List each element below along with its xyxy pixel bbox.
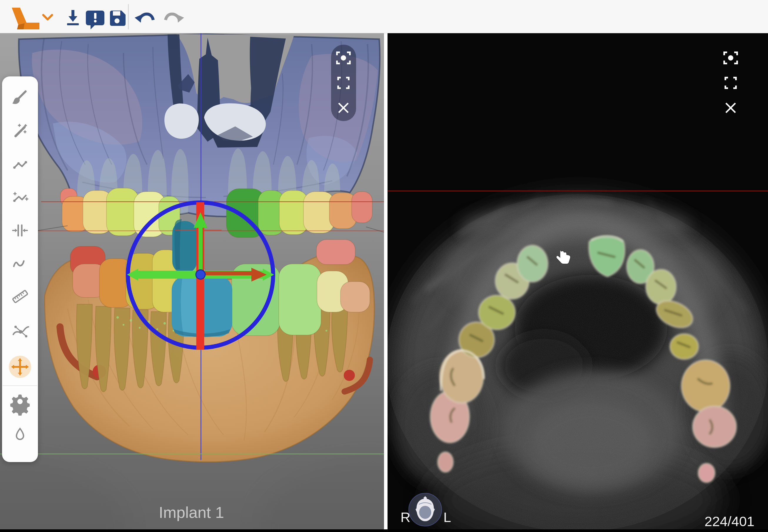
svg-text:Implant 1: Implant 1 [159, 503, 224, 521]
svg-text:R: R [401, 509, 411, 525]
svg-text:224/401: 224/401 [705, 513, 754, 529]
svg-text:L: L [444, 509, 451, 525]
